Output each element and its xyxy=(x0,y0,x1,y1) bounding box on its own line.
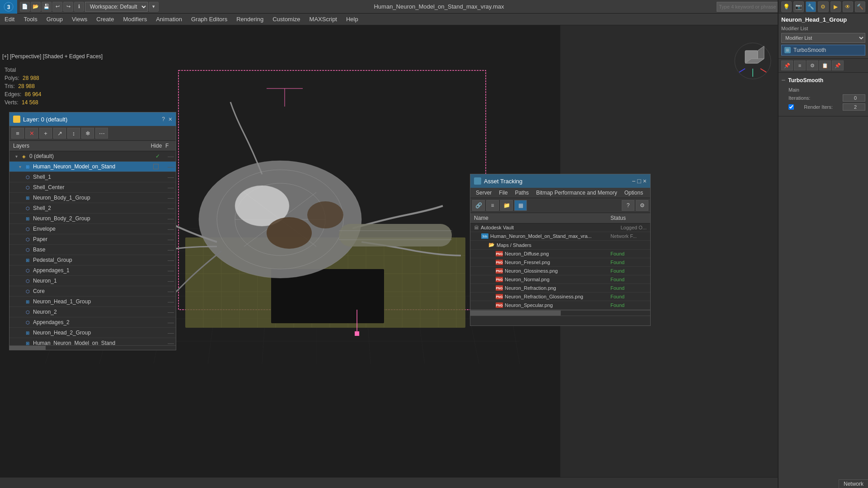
rp-light-btn[interactable]: 💡 xyxy=(781,1,792,12)
asset-menu-options[interactable]: Options xyxy=(621,189,647,197)
viewport-gizmo[interactable] xyxy=(732,41,773,81)
layer-row[interactable]: ⬡ Appendages_1 — xyxy=(9,265,176,276)
undo-btn[interactable]: ↩ xyxy=(52,2,62,12)
asset-row[interactable]: PNG Neuron_Refraction_Glossiness.png Fou… xyxy=(470,293,650,301)
workspace-arrow[interactable]: ▾ xyxy=(149,2,159,12)
menu-modifiers[interactable]: Modifiers xyxy=(118,14,151,25)
new-file-btn[interactable]: 📄 xyxy=(20,2,30,12)
mod-list-btn[interactable]: ≡ xyxy=(794,60,806,70)
layer-row[interactable]: ⬡ Neuron_1 — xyxy=(9,276,176,286)
modifier-list-dropdown[interactable]: Modifier List xyxy=(781,33,865,43)
asset-tb-settings[interactable]: ⚙ xyxy=(636,200,648,211)
asset-tb-list[interactable]: ≡ xyxy=(486,200,499,211)
layer-row[interactable]: ▾ ◈ 0 (default) ✓ — xyxy=(9,151,176,162)
menu-tools[interactable]: Tools xyxy=(19,14,42,25)
layer-move-btn[interactable]: ↕ xyxy=(67,128,80,139)
asset-row-status: Network F... xyxy=(610,233,647,239)
layer-row[interactable]: ⊞ Human_Neuron_Model_on_Stand — xyxy=(9,338,176,345)
layer-row[interactable]: ⬡ Shell_2 — xyxy=(9,203,176,214)
render-iters-checkbox[interactable] xyxy=(788,104,794,110)
mod-config-btn[interactable]: ⚙ xyxy=(807,60,818,70)
asset-menu-paths[interactable]: Paths xyxy=(511,189,533,197)
turbosmooth-item[interactable]: ⊞ TurboSmooth xyxy=(781,45,865,56)
layer-scrollbar[interactable] xyxy=(9,345,176,350)
asset-row[interactable]: PNG Neuron_Diffuse.png Found xyxy=(470,250,650,258)
layer-select-btn[interactable]: ↗ xyxy=(53,128,66,139)
layer-panel-help-btn[interactable]: ? xyxy=(162,116,165,122)
asset-row[interactable]: PNG Neuron_Specular.png Found xyxy=(470,301,650,310)
asset-menu-file[interactable]: File xyxy=(495,189,511,197)
layer-panel-close-btn[interactable]: × xyxy=(169,116,172,123)
ts-collapse-icon[interactable]: − xyxy=(781,76,785,84)
layer-row[interactable]: ▾ ⊞ Human_Neuron_Model_on_Stand — xyxy=(9,162,176,172)
asset-tb-table[interactable]: ▦ xyxy=(514,200,527,211)
layer-all-btn[interactable]: ≡ xyxy=(11,128,24,139)
asset-close-btn[interactable]: × xyxy=(643,177,647,185)
layer-row[interactable]: ⬡ Shell_1 — xyxy=(9,172,176,182)
layer-row[interactable]: ⊞ Neuron_Body_1_Group — xyxy=(9,193,176,203)
rp-display-btn[interactable]: 👁 xyxy=(843,1,853,12)
redo-btn[interactable]: ↪ xyxy=(63,2,73,12)
asset-menu-bitmap[interactable]: Bitmap Performance and Memory xyxy=(532,189,620,197)
menu-graph-editors[interactable]: Graph Editors xyxy=(187,14,232,25)
asset-row[interactable]: PNG Neuron_Refraction.png Found xyxy=(470,284,650,293)
open-file-btn[interactable]: 📂 xyxy=(31,2,41,12)
menu-help[interactable]: Help xyxy=(342,14,363,25)
asset-row[interactable]: PNG Neuron_Normal.png Found xyxy=(470,275,650,284)
menu-animation[interactable]: Animation xyxy=(151,14,187,25)
layer-row[interactable]: ⊞ Neuron_Head_1_Group — xyxy=(9,297,176,307)
iterations-input[interactable] xyxy=(843,94,865,102)
mod-pin-btn[interactable]: 📌 xyxy=(781,60,793,70)
asset-row[interactable]: PNG Neuron_Glossiness.png Found xyxy=(470,267,650,275)
layer-row[interactable]: ⬡ Appendages_2 — xyxy=(9,317,176,328)
rp-hierarchy-btn[interactable]: ⚙ xyxy=(818,1,828,12)
asset-row[interactable]: PNG Neuron_Fresnel.png Found xyxy=(470,258,650,267)
layer-row[interactable]: ⬡ Base — xyxy=(9,245,176,255)
menu-rendering[interactable]: Rendering xyxy=(232,14,268,25)
layer-row[interactable]: ⊞ Neuron_Head_2_Group — xyxy=(9,328,176,338)
asset-tb-help[interactable]: ? xyxy=(622,200,634,211)
layer-row[interactable]: ⬡ Neuron_2 — xyxy=(9,307,176,317)
asset-table-body[interactable]: 🏛 Autodesk Vault Logged O... 3ds Human_N… xyxy=(470,223,650,310)
asset-tb-connect[interactable]: 🔗 xyxy=(472,200,485,211)
mod-copy-btn[interactable]: 📋 xyxy=(819,60,831,70)
layer-row[interactable]: ⊞ Neuron_Body_2_Group — xyxy=(9,214,176,224)
asset-row-name: Neuron_Specular.png xyxy=(505,302,610,308)
layer-row[interactable]: ⊞ Pedestal_Group — xyxy=(9,255,176,265)
asset-minimize-btn[interactable]: − xyxy=(632,177,635,185)
rp-utils-btn[interactable]: 🔨 xyxy=(855,1,865,12)
menu-maxscript[interactable]: MAXScript xyxy=(305,14,342,25)
rp-camera-btn[interactable]: 📷 xyxy=(793,1,804,12)
asset-row-status: Found xyxy=(610,294,647,299)
asset-row[interactable]: 📂 Maps / Shaders xyxy=(470,241,650,250)
menu-group[interactable]: Group xyxy=(42,14,67,25)
obj-icon: ⊞ xyxy=(24,298,31,305)
layer-freeze-btn[interactable]: ❄ xyxy=(81,128,94,139)
layer-delete-btn[interactable]: ✕ xyxy=(25,128,38,139)
rp-motion-btn[interactable]: ▶ xyxy=(830,1,841,12)
asset-row[interactable]: 3ds Human_Neuron_Model_on_Stand_max_vra.… xyxy=(470,232,650,241)
menu-edit[interactable]: Edit xyxy=(0,14,19,25)
workspace-dropdown[interactable]: Workspace: Default xyxy=(85,2,148,12)
asset-menu-server[interactable]: Server xyxy=(472,189,495,197)
layer-options-btn[interactable]: ⋯ xyxy=(95,128,108,139)
layer-row[interactable]: ⬡ Shell_Center — xyxy=(9,182,176,193)
menu-customize[interactable]: Customize xyxy=(268,14,305,25)
layer-add-btn[interactable]: + xyxy=(39,128,52,139)
layer-row[interactable]: ⬡ Core — xyxy=(9,286,176,297)
info-btn[interactable]: ℹ xyxy=(74,2,84,12)
asset-tb-resolve[interactable]: 📁 xyxy=(500,200,513,211)
layer-list-body[interactable]: ▾ ◈ 0 (default) ✓ — ▾ ⊞ Human_Neuron_Mod… xyxy=(9,151,176,345)
asset-scrollbar[interactable] xyxy=(470,310,650,316)
mod-paste-btn[interactable]: 📌 xyxy=(832,60,844,70)
asset-row[interactable]: 🏛 Autodesk Vault Logged O... xyxy=(470,223,650,232)
render-iters-input[interactable] xyxy=(843,103,865,111)
rp-modify-btn[interactable]: 🔧 xyxy=(806,1,816,12)
menu-views[interactable]: Views xyxy=(67,14,92,25)
menu-create[interactable]: Create xyxy=(92,14,118,25)
scrollbar-thumb[interactable] xyxy=(9,346,46,350)
layer-row[interactable]: ⬡ Paper — xyxy=(9,234,176,245)
layer-row[interactable]: ⬡ Envelope — xyxy=(9,224,176,234)
asset-maximize-btn[interactable]: □ xyxy=(637,177,641,185)
save-btn[interactable]: 💾 xyxy=(42,2,52,12)
